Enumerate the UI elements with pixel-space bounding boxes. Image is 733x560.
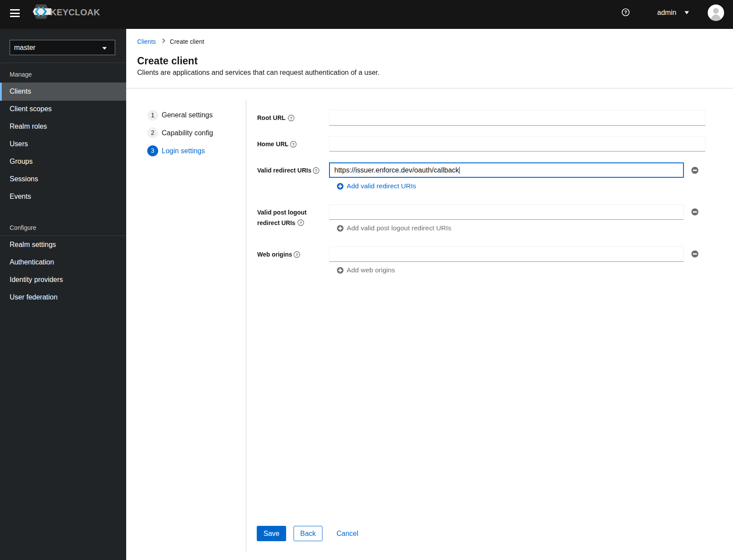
svg-text:?: ?	[290, 116, 292, 120]
svg-text:?: ?	[315, 168, 317, 173]
svg-text:?: ?	[624, 10, 627, 15]
svg-text:?: ?	[295, 252, 298, 257]
svg-text:?: ?	[292, 142, 294, 147]
svg-text:?: ?	[299, 220, 302, 225]
svg-text:KEYCLOAK: KEYCLOAK	[50, 7, 100, 17]
